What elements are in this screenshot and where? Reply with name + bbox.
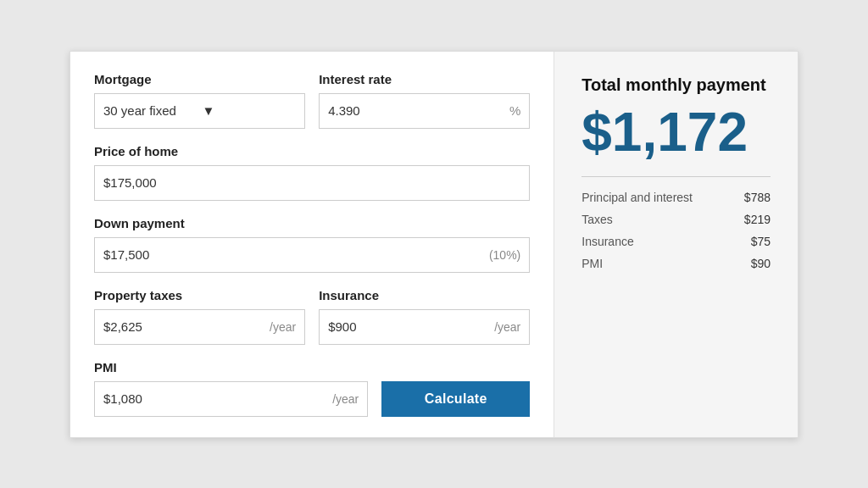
taxes-input[interactable] bbox=[103, 319, 264, 334]
insurance-field: Insurance /year bbox=[319, 288, 530, 345]
pmi-label: PMI bbox=[94, 360, 368, 374]
mortgage-field: Mortgage 30 year fixed ▼ bbox=[94, 72, 305, 129]
down-payment-input[interactable] bbox=[103, 247, 484, 262]
taxes-label: Property taxes bbox=[94, 288, 305, 302]
left-panel: Mortgage 30 year fixed ▼ Interest rate %… bbox=[70, 52, 554, 437]
right-panel: Total monthly payment $1,172 Principal a… bbox=[554, 52, 798, 437]
pmi-suffix: /year bbox=[332, 392, 359, 406]
insurance-suffix: /year bbox=[494, 320, 520, 334]
pmi-input[interactable] bbox=[103, 391, 327, 406]
price-input-box bbox=[94, 165, 530, 201]
taxes-field: Property taxes /year bbox=[94, 288, 305, 345]
taxes-suffix: /year bbox=[270, 320, 296, 334]
breakdown-list: Principal and interest $788 Taxes $219 I… bbox=[581, 191, 771, 270]
divider bbox=[581, 176, 771, 177]
calculator-wrapper: Mortgage 30 year fixed ▼ Interest rate %… bbox=[70, 51, 798, 438]
breakdown-item-label: PMI bbox=[581, 257, 603, 270]
mortgage-select[interactable]: 30 year fixed ▼ bbox=[94, 93, 305, 129]
insurance-input-box: /year bbox=[319, 309, 530, 345]
breakdown-row: PMI $90 bbox=[581, 257, 771, 270]
chevron-down-icon: ▼ bbox=[203, 103, 297, 118]
breakdown-item-value: $788 bbox=[744, 191, 771, 204]
breakdown-row: Insurance $75 bbox=[581, 235, 771, 248]
percent-sign: % bbox=[509, 103, 520, 118]
mortgage-interest-group: Mortgage 30 year fixed ▼ Interest rate % bbox=[94, 72, 530, 129]
insurance-label: Insurance bbox=[319, 288, 530, 302]
mortgage-value: 30 year fixed bbox=[103, 103, 198, 118]
breakdown-row: Taxes $219 bbox=[581, 213, 771, 226]
interest-rate-box: % bbox=[319, 93, 530, 129]
pmi-calculate-group: PMI /year Calculate bbox=[94, 360, 530, 417]
down-payment-label: Down payment bbox=[94, 216, 530, 230]
breakdown-item-value: $219 bbox=[744, 213, 771, 226]
total-monthly-label: Total monthly payment bbox=[581, 75, 771, 95]
breakdown-item-value: $90 bbox=[751, 257, 771, 270]
down-payment-group: Down payment (10%) bbox=[94, 216, 530, 273]
taxes-insurance-group: Property taxes /year Insurance /year bbox=[94, 288, 530, 345]
price-group: Price of home bbox=[94, 144, 530, 201]
pmi-field: PMI /year bbox=[94, 360, 368, 417]
interest-rate-input[interactable] bbox=[328, 103, 509, 118]
mortgage-label: Mortgage bbox=[94, 72, 305, 86]
total-amount: $1,172 bbox=[581, 105, 771, 159]
interest-rate-label: Interest rate bbox=[319, 72, 530, 86]
pmi-input-box: /year bbox=[94, 381, 368, 417]
calculate-button[interactable]: Calculate bbox=[381, 381, 530, 417]
breakdown-item-label: Principal and interest bbox=[581, 191, 693, 204]
taxes-input-box: /year bbox=[94, 309, 305, 345]
interest-rate-field: Interest rate % bbox=[319, 72, 530, 129]
breakdown-row: Principal and interest $788 bbox=[581, 191, 771, 204]
insurance-input[interactable] bbox=[328, 319, 489, 334]
price-label: Price of home bbox=[94, 144, 530, 158]
breakdown-item-label: Taxes bbox=[581, 213, 613, 226]
down-payment-input-box: (10%) bbox=[94, 237, 530, 273]
breakdown-item-value: $75 bbox=[751, 235, 771, 248]
price-input[interactable] bbox=[103, 175, 520, 190]
breakdown-item-label: Insurance bbox=[581, 235, 633, 248]
down-payment-pct: (10%) bbox=[489, 248, 520, 262]
